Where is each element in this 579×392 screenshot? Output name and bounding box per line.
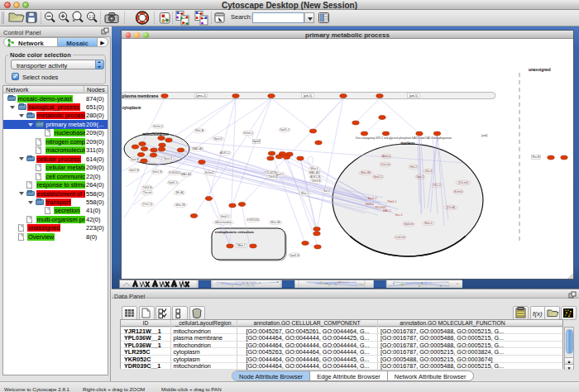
svg-text:Mitochondria: Mitochondria xyxy=(215,221,232,224)
svg-text:MA1-A2: MA1-A2 xyxy=(309,171,319,174)
svg-text:Schm-2: Schm-2 xyxy=(243,131,253,135)
svg-text:Mito-1: Mito-1 xyxy=(237,244,246,247)
svg-text:Mito-2B: Mito-2B xyxy=(175,203,185,207)
svg-text:Stm1-B: Stm1-B xyxy=(152,170,162,174)
svg-text:Spol-B: Spol-B xyxy=(131,158,140,161)
svg-text:[and]: [and] xyxy=(481,134,487,137)
svg-text:Tdh3-B: Tdh3-B xyxy=(311,179,321,183)
svg-text:MA1-1: MA1-1 xyxy=(383,209,391,213)
svg-text:endoplasmic reticulum: endoplasmic reticulum xyxy=(215,230,254,234)
svg-text:MA1-A2: MA1-A2 xyxy=(193,147,203,151)
svg-text:Spo1-2: Spo1-2 xyxy=(368,197,377,200)
svg-text:Dse-conjugating GP2-2 and gl: Dse-conjugating GP2-2 and glycerol-phosp… xyxy=(356,136,452,140)
svg-text:Gpd-mt: Gpd-mt xyxy=(404,222,413,226)
svg-text:[pma-1]: [pma-1] xyxy=(196,94,206,98)
svg-text:YKL-2: YKL-2 xyxy=(433,184,441,187)
svg-text:Tdh3-B: Tdh3-B xyxy=(268,175,278,179)
svg-text:Gpm2: Gpm2 xyxy=(252,140,260,143)
svg-text:[Mr-A]: [Mr-A] xyxy=(175,191,183,194)
svg-text:Rrn-B: Rrn-B xyxy=(533,155,541,159)
svg-text:[Cls-mt]: [Cls-mt] xyxy=(458,181,468,184)
svg-text:Abm-4: Abm-4 xyxy=(382,155,390,158)
svg-text:Tko-mt: Tko-mt xyxy=(143,191,152,194)
svg-text:Schm-2: Schm-2 xyxy=(153,125,163,128)
svg-text:Mito-4: Mito-4 xyxy=(310,167,318,170)
svg-text:Schm2: Schm2 xyxy=(205,171,214,174)
svg-text:Pda1-2: Pda1-2 xyxy=(388,200,397,203)
svg-text:YGR243C: YGR243C xyxy=(246,218,260,222)
svg-text:Spo-1: Spo-1 xyxy=(416,175,423,179)
svg-text:Mito-C: Mito-C xyxy=(301,192,310,195)
svg-text:f(x): f(x) xyxy=(533,310,543,318)
svg-text:Mito-4B: Mito-4B xyxy=(270,221,280,224)
svg-text:Hxt4-1: Hxt4-1 xyxy=(221,215,229,218)
svg-text:unassigned: unassigned xyxy=(529,68,551,72)
svg-text:Mito-A: Mito-A xyxy=(195,129,204,132)
svg-text:ADK1-B: ADK1-B xyxy=(310,175,321,179)
svg-text:Spo1-2: Spo1-2 xyxy=(374,175,383,179)
svg-text:1:1: 1:1 xyxy=(89,15,95,19)
svg-text:Lsm-mt: Lsm-mt xyxy=(395,236,404,239)
svg-text:Gpd1-B: Gpd1-B xyxy=(290,254,299,257)
svg-text:[Tm1-2]: [Tm1-2] xyxy=(142,203,152,206)
svg-text:cytoplasm: cytoplasm xyxy=(122,106,141,110)
svg-text:Schm2: Schm2 xyxy=(454,190,463,194)
svg-text:mitochondrion: mitochondrion xyxy=(142,132,169,136)
svg-text:Spol-4: Spol-4 xyxy=(164,157,172,160)
svg-text:Gpd1-2: Gpd1-2 xyxy=(280,128,289,131)
svg-text:Mito-2: Mito-2 xyxy=(424,222,433,225)
svg-text:Gph1-B: Gph1-B xyxy=(129,169,139,172)
svg-text:[Cls-A]: [Cls-A] xyxy=(447,206,455,209)
svg-text:Tdh3-B: Tdh3-B xyxy=(142,186,152,189)
svg-text:[pdr-5]: [pdr-5] xyxy=(409,94,418,98)
svg-text:Sol-4: Sol-4 xyxy=(323,189,330,193)
svg-text:Mito-4B: Mito-4B xyxy=(361,171,371,174)
svg-text:Hxt-2: Hxt-2 xyxy=(410,165,417,169)
svg-text:nucleus: nucleus xyxy=(400,141,415,146)
svg-text:[pdr-5]: [pdr-5] xyxy=(304,94,312,98)
svg-text:Gpd1-1: Gpd1-1 xyxy=(168,181,177,184)
svg-text:Gcv-2: Gcv-2 xyxy=(395,213,402,217)
svg-text:Dse-mt: Dse-mt xyxy=(381,163,390,166)
svg-text:Hxt4-2: Hxt4-2 xyxy=(366,203,374,206)
svg-text:Spol-4: Spol-4 xyxy=(214,137,223,141)
svg-text:ADK1-2: ADK1-2 xyxy=(220,151,230,155)
svg-text:Gln-4: Gln-4 xyxy=(425,170,432,173)
svg-text:MA1-A2: MA1-A2 xyxy=(181,173,191,176)
svg-text:plasma membrane: plasma membrane xyxy=(122,93,159,98)
svg-text:YLR044C: YLR044C xyxy=(169,171,181,174)
